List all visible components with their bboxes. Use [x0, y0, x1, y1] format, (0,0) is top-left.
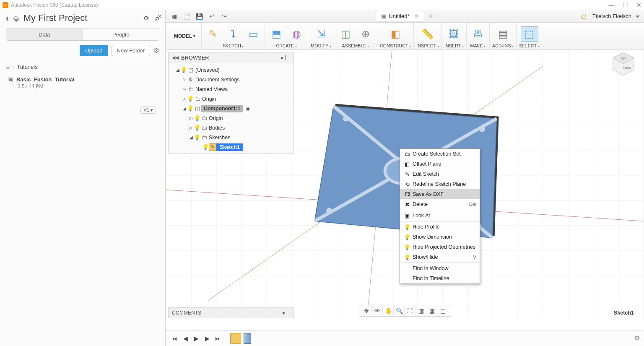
bulb-icon[interactable]: 💡	[194, 134, 200, 140]
bulb-icon[interactable]: 💡	[194, 115, 200, 121]
ribbon-label-modify[interactable]: MODIFY	[311, 42, 331, 49]
sphere-icon[interactable]: ◍	[288, 26, 305, 42]
context-item-edit-sketch[interactable]: ✎Edit Sketch	[400, 169, 480, 179]
workspace-switcher[interactable]: MODEL▾	[168, 23, 202, 49]
grid-settings-icon[interactable]: ▦	[427, 306, 437, 315]
timeline-play-icon[interactable]: ▶	[192, 334, 201, 343]
tree-component-sketches[interactable]: ◢💡🗀Sketches	[169, 133, 293, 142]
timeline-next-icon[interactable]: ▶	[203, 334, 212, 343]
new-file-icon[interactable]: 📄	[182, 12, 192, 21]
measure-icon[interactable]: 📏	[419, 26, 436, 42]
data-panel-back-button[interactable]: ‹	[6, 13, 9, 23]
component-icon[interactable]: ◫	[337, 26, 354, 42]
fit-icon[interactable]: ⛶	[405, 306, 415, 315]
browser-header[interactable]: ◀◀ BROWSER ● ▏	[169, 52, 293, 63]
viewport-layout-icon[interactable]: ◫	[438, 306, 448, 315]
new-tab-button[interactable]: ＋	[425, 12, 437, 21]
timeline-end-icon[interactable]: ⏭	[213, 334, 223, 343]
display-settings-icon[interactable]: ▥	[416, 306, 426, 315]
collapse-icon[interactable]: ◀◀	[172, 55, 179, 60]
refresh-icon[interactable]: ⟳	[144, 14, 149, 22]
window-maximize-button[interactable]: ☐	[623, 2, 628, 8]
joint-icon[interactable]: ⊕	[357, 26, 374, 42]
data-panel-close-button[interactable]: ✕	[153, 11, 166, 22]
timeline-feature-extrude[interactable]	[244, 333, 251, 344]
plane-icon[interactable]: ◧	[387, 26, 404, 42]
panel-menu-icon[interactable]: ▏	[285, 55, 288, 60]
context-item-find-in-window[interactable]: Find in Window	[400, 263, 480, 273]
ribbon-label-inspect[interactable]: INSPECT	[416, 42, 439, 49]
look-icon[interactable]: 👁	[373, 306, 383, 315]
grid-apps-icon[interactable]: ▦	[169, 12, 179, 21]
extrude-icon[interactable]: ⬒	[267, 26, 285, 42]
tree-origin[interactable]: ▷💡🗀Origin	[169, 94, 293, 104]
image-icon[interactable]: 🖼	[445, 26, 463, 42]
bulb-icon[interactable]: 💡	[202, 144, 209, 150]
window-close-button[interactable]: ✕	[636, 2, 641, 8]
context-item-find-in-timeline[interactable]: Find in Timeline	[400, 273, 480, 284]
context-item-look-at[interactable]: ▣Look At	[400, 211, 480, 221]
panel-menu-icon[interactable]: ▏	[287, 311, 290, 315]
pan-icon[interactable]: ✋	[384, 306, 394, 315]
print-icon[interactable]: 🖶	[469, 26, 487, 42]
sketch-create-icon[interactable]: ✎	[204, 26, 222, 42]
breadcrumb-item[interactable]: Tutorials	[17, 64, 37, 70]
redo-icon[interactable]: ↷	[219, 12, 229, 21]
orbit-icon[interactable]: ✥	[362, 306, 372, 315]
ribbon-label-make[interactable]: MAKE	[470, 42, 486, 49]
script-icon[interactable]: ▤	[494, 26, 512, 42]
ribbon-label-select[interactable]: SELECT	[519, 42, 540, 49]
context-item-create-selection-set[interactable]: 🗂Create Selection Set	[400, 149, 480, 159]
pin-icon[interactable]: ●	[282, 310, 285, 316]
data-settings-icon[interactable]: ⚙	[153, 47, 159, 55]
comments-panel[interactable]: COMMENTS ● ▏	[168, 307, 294, 318]
arc-icon[interactable]: ⤵	[224, 26, 242, 42]
context-item-offset-plane[interactable]: ◧Offset Plane	[400, 159, 480, 169]
job-status-icon[interactable]: ◶	[581, 13, 587, 20]
ribbon-label-sketch[interactable]: SKETCH	[223, 42, 244, 49]
context-item-delete[interactable]: ✖DeleteDel	[400, 199, 480, 209]
pin-icon[interactable]: ●	[280, 55, 283, 61]
undo-icon[interactable]: ↶	[207, 12, 217, 21]
new-folder-button[interactable]: New Folder	[112, 45, 150, 56]
tab-data[interactable]: Data	[6, 29, 83, 40]
tree-named-views[interactable]: ▷🗀Named Views	[169, 84, 293, 94]
context-item-show-hide[interactable]: 💡Show/HideV	[400, 252, 480, 262]
bulb-icon[interactable]: 💡	[187, 96, 194, 102]
ribbon-label-addins[interactable]: ADD-INS	[492, 42, 514, 49]
extensions-icon[interactable]: ⏷	[635, 13, 641, 20]
rectangle-icon[interactable]: ▭	[244, 26, 262, 42]
timeline-start-icon[interactable]: ⏮	[170, 334, 179, 343]
breadcrumb[interactable]: ⬙ › Tutorials	[0, 60, 165, 73]
context-item-hide-profile[interactable]: 💡Hide Profile	[400, 222, 480, 232]
user-menu[interactable]: Fkelsch Fkelsch	[589, 13, 635, 19]
tree-component-bodies[interactable]: ▷💡🗀Bodies	[169, 123, 293, 133]
timeline-settings-icon[interactable]: ⚙	[634, 334, 640, 342]
timeline-feature-sketch[interactable]	[230, 333, 241, 344]
window-minimize-button[interactable]: —	[608, 2, 614, 8]
view-cube[interactable]: TOP FRONT	[610, 51, 636, 77]
document-tab[interactable]: ▣ Untitled* ✕	[376, 11, 424, 21]
timeline-prev-icon[interactable]: ◀	[181, 334, 190, 343]
bulb-icon[interactable]: 💡	[194, 125, 200, 131]
tree-doc-settings[interactable]: ▷⚙Document Settings	[169, 75, 293, 84]
context-item-hide-projected-geometries[interactable]: 💡Hide Projected Geometries	[400, 242, 480, 252]
context-item-redefine-sketch-plane[interactable]: ⟲Redefine Sketch Plane	[400, 179, 480, 189]
ribbon-label-insert[interactable]: INSERT	[444, 42, 464, 49]
tree-component-origin[interactable]: ▷💡🗀Origin	[169, 113, 293, 123]
ribbon-label-construct[interactable]: CONSTRUCT	[380, 42, 411, 49]
context-item-show-dimension[interactable]: 💡Show Dimension	[400, 232, 480, 242]
bulb-icon[interactable]: 💡	[187, 105, 194, 112]
ribbon-label-assemble[interactable]: ASSEMBLE	[342, 42, 369, 49]
bulb-icon[interactable]: 💡	[180, 67, 187, 73]
version-selector[interactable]: V1 ▾	[140, 107, 156, 114]
save-icon[interactable]: 💾	[194, 12, 204, 21]
tab-people[interactable]: People	[83, 29, 159, 40]
file-item[interactable]: ▣ Basic_Fusion_Tutorial	[0, 73, 165, 83]
zoom-icon[interactable]: 🔍	[395, 306, 405, 315]
select-icon[interactable]: ⬚	[521, 26, 538, 42]
upload-button[interactable]: Upload	[80, 45, 108, 56]
tab-close-icon[interactable]: ✕	[414, 13, 419, 19]
tree-root[interactable]: ◢💡◫(Unsaved)	[169, 65, 293, 75]
press-pull-icon[interactable]: ⇲	[312, 26, 330, 42]
